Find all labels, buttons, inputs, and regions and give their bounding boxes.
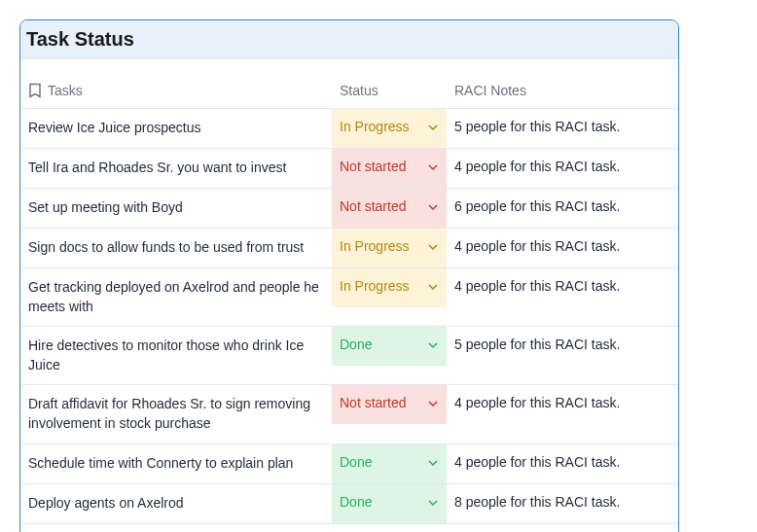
raci-cell[interactable]: 4 people for this RACI task. — [447, 268, 678, 327]
bookmark-icon — [28, 83, 42, 98]
table-row: Get tracking deployed on Axelrod and peo… — [20, 268, 678, 327]
table-row: Draft affidavit for Rhoades Sr. to sign … — [20, 385, 678, 443]
card-header: Task Status — [20, 20, 678, 59]
status-cell: Done — [332, 483, 447, 523]
chevron-down-icon — [427, 339, 439, 351]
status-label: Done — [340, 454, 372, 470]
table-header-row: Tasks Status RACI Notes — [20, 59, 678, 109]
status-dropdown[interactable]: In Progress — [332, 229, 447, 267]
task-cell[interactable]: Get tracking deployed on Axelrod and peo… — [20, 268, 332, 327]
table-row: Hire detectives to monitor those who dri… — [20, 327, 678, 385]
chevron-down-icon — [427, 497, 439, 509]
status-dropdown[interactable]: Done — [332, 327, 447, 366]
status-dropdown[interactable]: Done — [332, 484, 447, 523]
task-cell[interactable]: Draft affidavit for Rhoades Sr. to sign … — [20, 385, 332, 443]
task-cell[interactable]: Sign docs to allow funds to be used from… — [20, 229, 332, 268]
raci-cell[interactable]: 4 people for this RACI task. — [447, 385, 678, 443]
status-label: Not started — [340, 395, 406, 410]
status-cell: Not started — [332, 149, 447, 189]
status-cell: In Progress — [332, 229, 447, 268]
status-dropdown[interactable]: In Progress — [332, 268, 447, 307]
status-label: In Progress — [340, 119, 410, 134]
status-label: In Progress — [340, 238, 410, 254]
task-cell[interactable]: Tell Ira and Rhoades Sr. you want to inv… — [20, 149, 332, 189]
task-text: Get tracking deployed on Axelrod and peo… — [28, 279, 319, 314]
raci-text: 4 people for this RACI task. — [454, 238, 620, 254]
raci-cell[interactable]: 4 people for this RACI task. — [447, 149, 678, 189]
status-label: In Progress — [340, 278, 410, 294]
chevron-down-icon — [427, 398, 439, 409]
status-cell: Not started — [332, 189, 447, 229]
raci-text: 5 people for this RACI task. — [454, 119, 620, 134]
header-status-label: Status — [340, 83, 378, 98]
raci-text: 4 people for this RACI task. — [454, 159, 620, 174]
header-tasks-label: Tasks — [48, 83, 83, 98]
card-title: Task Status — [26, 28, 672, 51]
task-status-card: Task Status Tasks Status — [19, 19, 679, 532]
raci-text: 5 people for this RACI task. — [454, 337, 620, 352]
status-dropdown[interactable]: Done — [332, 444, 447, 483]
table-row: Schedule time with Connerty to explain p… — [20, 443, 678, 483]
raci-cell[interactable]: 5 people for this RACI task. — [447, 327, 678, 385]
status-label: Done — [340, 337, 372, 352]
status-dropdown[interactable]: Not started — [332, 149, 447, 188]
task-text: Hire detectives to monitor those who dri… — [28, 337, 304, 372]
header-raci: RACI Notes — [447, 59, 678, 109]
table-row: Tell Ira and Rhoades Sr. you want to inv… — [20, 149, 678, 189]
task-text: Tell Ira and Rhoades Sr. you want to inv… — [28, 160, 286, 175]
status-cell: In Progress — [332, 109, 447, 149]
chevron-down-icon — [427, 281, 439, 293]
status-cell: Done — [332, 327, 447, 385]
task-text: Set up meeting with Boyd — [28, 199, 183, 215]
table-row: Sign docs to allow funds to be used from… — [20, 229, 678, 268]
status-cell: In Progress — [332, 268, 447, 327]
raci-cell[interactable]: 8 people for this RACI task. — [447, 483, 678, 523]
task-cell[interactable]: Set up meeting with Boyd — [20, 189, 332, 229]
status-dropdown[interactable]: Not started — [332, 385, 447, 424]
task-cell[interactable]: Schedule time with Connerty to explain p… — [20, 443, 332, 483]
raci-text: 8 people for this RACI task. — [454, 494, 620, 510]
chevron-down-icon — [427, 457, 439, 469]
header-tasks: Tasks — [20, 59, 332, 109]
table-row: Review Ice Juice prospectusIn Progress5 … — [20, 109, 678, 149]
status-dropdown[interactable]: Not started — [332, 189, 447, 228]
chevron-down-icon — [427, 161, 439, 173]
task-cell[interactable]: Hire detectives to monitor those who dri… — [20, 327, 332, 385]
status-label: Not started — [340, 198, 406, 214]
raci-cell[interactable]: 4 people for this RACI task. — [447, 443, 678, 483]
table-row: Set up meeting with BoydNot started6 peo… — [20, 189, 678, 229]
task-table: Tasks Status RACI Notes Review Ice Juice… — [20, 59, 678, 523]
status-dropdown[interactable]: In Progress — [332, 109, 447, 148]
raci-cell[interactable]: 4 people for this RACI task. — [447, 229, 678, 268]
status-label: Done — [340, 494, 372, 510]
status-cell: Not started — [332, 385, 447, 443]
raci-text: 4 people for this RACI task. — [454, 395, 620, 410]
table-row: Deploy agents on AxelrodDone8 people for… — [20, 483, 678, 523]
task-text: Review Ice Juice prospectus — [28, 120, 200, 135]
task-text: Schedule time with Connerty to explain p… — [28, 455, 293, 471]
add-row — [20, 523, 678, 532]
header-status: Status — [332, 59, 447, 109]
task-text: Draft affidavit for Rhoades Sr. to sign … — [28, 396, 310, 431]
header-raci-label: RACI Notes — [454, 83, 526, 98]
task-cell[interactable]: Review Ice Juice prospectus — [20, 109, 332, 149]
raci-text: 6 people for this RACI task. — [454, 198, 620, 214]
status-cell: Done — [332, 443, 447, 483]
status-label: Not started — [340, 159, 406, 174]
raci-text: 4 people for this RACI task. — [454, 278, 620, 294]
task-text: Sign docs to allow funds to be used from… — [28, 239, 304, 255]
task-text: Deploy agents on Axelrod — [28, 495, 184, 511]
chevron-down-icon — [427, 201, 439, 213]
task-cell[interactable]: Deploy agents on Axelrod — [20, 483, 332, 523]
chevron-down-icon — [427, 241, 439, 253]
raci-cell[interactable]: 6 people for this RACI task. — [447, 189, 678, 229]
raci-cell[interactable]: 5 people for this RACI task. — [447, 109, 678, 149]
raci-text: 4 people for this RACI task. — [454, 454, 620, 470]
chevron-down-icon — [427, 122, 439, 133]
